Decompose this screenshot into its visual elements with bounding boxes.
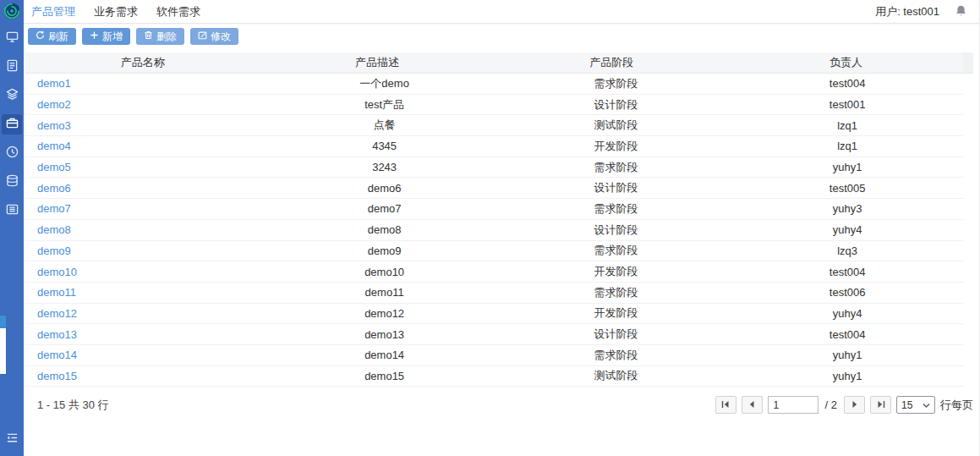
- tab-software-requirements[interactable]: 软件需求: [153, 4, 204, 19]
- edit-button[interactable]: 修改: [190, 28, 238, 45]
- product-link[interactable]: demo8: [37, 223, 71, 236]
- pagination-prev-button[interactable]: [742, 396, 763, 414]
- table-row: demo8demo8设计阶段yuhy4: [25, 220, 963, 241]
- product-name-cell: demo11: [25, 283, 269, 303]
- table-cell: test004: [731, 261, 963, 282]
- sidebar-item-dashboard[interactable]: [2, 28, 22, 48]
- table-cell: 设计阶段: [501, 324, 732, 344]
- product-name-cell: demo6: [25, 178, 269, 198]
- product-name-cell: demo1: [25, 74, 269, 94]
- table-row: demo9demo9需求阶段lzq3: [25, 241, 963, 262]
- table-cell: demo13: [269, 324, 501, 344]
- pagination: / 2 15 行每页: [715, 396, 973, 414]
- database-icon: [6, 174, 19, 190]
- table-body: demo1一个demo需求阶段test004demo2test产品设计阶段tes…: [25, 74, 973, 387]
- table-cell: demo8: [269, 220, 501, 240]
- pagination-last-button[interactable]: [870, 396, 891, 414]
- table-cell: 4345: [269, 136, 501, 157]
- sidebar-item-modules[interactable]: [2, 85, 22, 106]
- product-link[interactable]: demo10: [37, 266, 77, 278]
- product-link[interactable]: demo2: [37, 98, 71, 111]
- table-cell: 点餐: [269, 115, 501, 135]
- product-name-cell: demo13: [25, 324, 269, 344]
- product-link[interactable]: demo14: [37, 349, 77, 361]
- table-cell: 需求阶段: [501, 74, 732, 94]
- table-cell: yuhy4: [731, 220, 963, 240]
- table-cell: 开发阶段: [501, 136, 732, 157]
- product-link[interactable]: demo9: [37, 244, 71, 257]
- row-count-text: 1 - 15 共 30 行: [37, 398, 109, 413]
- add-button[interactable]: 新增: [82, 28, 130, 45]
- product-link[interactable]: demo5: [37, 161, 71, 173]
- product-link[interactable]: demo4: [37, 140, 71, 152]
- product-link[interactable]: demo13: [37, 328, 77, 341]
- user-area: 用户: test001: [875, 4, 967, 19]
- sidebar-item-logs[interactable]: [2, 201, 22, 221]
- pagination-next-button[interactable]: [844, 396, 865, 414]
- table-cell: 需求阶段: [501, 199, 732, 219]
- main-panel: 产品管理 业务需求 软件需求 用户: test001: [24, 0, 980, 456]
- page-number-input[interactable]: [768, 396, 818, 414]
- table-cell: 开发阶段: [501, 304, 732, 324]
- product-name-cell: demo2: [25, 95, 269, 115]
- column-header[interactable]: 产品名称: [25, 52, 260, 74]
- refresh-button[interactable]: 刷新: [28, 28, 76, 45]
- topbar: 产品管理 业务需求 软件需求 用户: test001: [24, 0, 979, 24]
- product-name-cell: demo10: [25, 261, 269, 282]
- table-cell: demo14: [269, 345, 501, 365]
- first-page-icon: [721, 398, 730, 411]
- table-cell: lzq1: [731, 115, 963, 135]
- sidebar: [0, 0, 24, 456]
- total-pages-text: / 2: [825, 398, 837, 411]
- table-header: 产品名称产品描述产品阶段负责人: [25, 52, 973, 74]
- table-cell: 设计阶段: [501, 178, 732, 198]
- column-header[interactable]: 产品阶段: [495, 52, 729, 74]
- column-header[interactable]: 产品描述: [260, 52, 494, 74]
- product-link[interactable]: demo6: [37, 182, 71, 195]
- product-link[interactable]: demo3: [37, 119, 71, 132]
- page-size-select[interactable]: 15: [896, 396, 935, 414]
- user-label: 用户: test001: [875, 4, 939, 19]
- table-cell: yuhy1: [731, 345, 963, 365]
- pagination-first-button[interactable]: [715, 396, 736, 414]
- bell-icon[interactable]: [955, 4, 967, 19]
- tab-product-management[interactable]: 产品管理: [28, 4, 79, 19]
- table-cell: 开发阶段: [501, 261, 732, 282]
- trash-icon: [144, 30, 153, 42]
- table-row: demo15demo15测试阶段yuhy1: [25, 366, 963, 387]
- product-name-cell: demo12: [25, 304, 269, 324]
- product-link[interactable]: demo15: [37, 370, 77, 382]
- column-header[interactable]: 负责人: [729, 52, 963, 74]
- sidebar-collapse-button[interactable]: [2, 429, 22, 449]
- nav-tabs: 产品管理 业务需求 软件需求: [28, 4, 204, 19]
- product-link[interactable]: demo11: [37, 286, 76, 299]
- document-icon: [6, 59, 19, 74]
- sidebar-edge-highlight: [0, 316, 6, 328]
- sidebar-item-products[interactable]: [2, 114, 22, 135]
- table-row: demo44345开发阶段lzq1: [25, 136, 963, 157]
- sidebar-item-data[interactable]: [2, 172, 22, 192]
- product-link[interactable]: demo7: [37, 202, 71, 215]
- table-cell: 需求阶段: [501, 241, 732, 261]
- delete-button[interactable]: 删除: [136, 28, 184, 45]
- table-cell: lzq1: [731, 136, 963, 157]
- table-cell: demo7: [269, 199, 501, 219]
- table-header-gutter: [963, 52, 973, 74]
- tab-business-requirements[interactable]: 业务需求: [90, 4, 141, 19]
- product-link[interactable]: demo1: [37, 77, 71, 90]
- clock-icon: [6, 146, 19, 161]
- app-window: 产品管理 业务需求 软件需求 用户: test001: [0, 0, 980, 456]
- sidebar-item-history[interactable]: [2, 143, 22, 163]
- table-cell: 一个demo: [269, 74, 501, 94]
- briefcase-icon: [6, 117, 19, 132]
- table-row: demo2test产品设计阶段test001: [25, 95, 963, 116]
- product-link[interactable]: demo12: [37, 307, 77, 320]
- product-name-cell: demo3: [25, 115, 269, 135]
- table-cell: yuhy1: [731, 366, 963, 387]
- monitor-icon: [6, 30, 19, 46]
- toolbar: 刷新 新增 删除: [24, 24, 979, 49]
- product-name-cell: demo15: [25, 366, 269, 387]
- table-row: demo11demo11需求阶段test006: [25, 283, 963, 304]
- prev-page-icon: [747, 398, 756, 411]
- sidebar-item-documents[interactable]: [2, 57, 22, 77]
